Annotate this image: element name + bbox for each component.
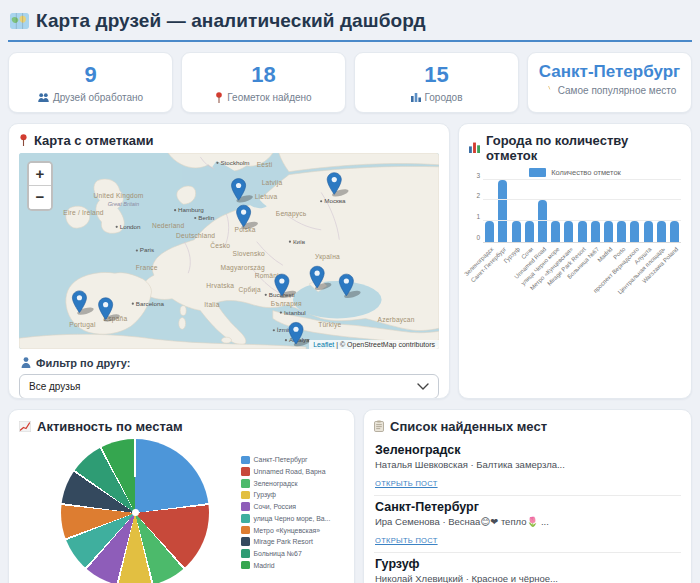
bar-chart-plot: 0123 [483, 181, 681, 243]
map-label: Azerbaycan [378, 316, 415, 324]
bar-slot [641, 181, 654, 242]
pie-legend-swatch [241, 537, 250, 546]
bar [657, 221, 666, 242]
map-label: Magyarország [220, 264, 265, 272]
bar [617, 221, 626, 242]
pie-legend-label: Метро «Кунцевская» [254, 527, 321, 534]
zoom-out-button[interactable]: − [29, 186, 51, 209]
map-label: Türkiye [318, 321, 341, 329]
stats-row: 9 Друзей обработано 18 Геометок найдено … [8, 52, 692, 113]
stat-value: Санкт-Петербург [532, 61, 687, 82]
chart-increasing-icon [19, 421, 31, 432]
friend-filter-select[interactable]: Все друзья [19, 374, 439, 399]
open-post-link[interactable]: открыть пост [375, 479, 438, 488]
bar [630, 221, 639, 242]
pie-legend-item[interactable]: Больница №67 [241, 549, 330, 558]
places-list-panel: Список найденных мест ЗеленоградскНаталь… [363, 409, 692, 583]
pie-legend-item[interactable]: Зеленоградск [241, 479, 330, 488]
bar-chart-icon [469, 142, 480, 153]
stat-card-top-place: Санкт-Петербург Самое популярное место [527, 52, 692, 113]
person-icon [21, 357, 31, 368]
map-label: Stockholm [220, 158, 249, 165]
pie-legend-label: Зеленоградск [254, 480, 298, 487]
map-city-dot [320, 200, 322, 202]
pie-legend-swatch [241, 561, 250, 570]
pie-legend-label: Mirage Park Resort [254, 538, 313, 545]
y-tick-label: 1 [470, 213, 480, 220]
map-label: France [136, 264, 158, 271]
map-panel-title: Карта с отметками [34, 133, 154, 148]
map-label: Беларусь [276, 210, 307, 218]
zoom-in-button[interactable]: + [29, 163, 51, 186]
map-canvas: StockholmEestiLatvijaLietuvaБеларусьUnit… [19, 153, 439, 349]
pie-legend-label: Санкт-Петербург [254, 456, 308, 463]
pie-legend-swatch [241, 479, 250, 488]
map-attribution: Leaflet | © OpenStreetMap contributors [309, 340, 439, 349]
stat-value: 15 [359, 61, 514, 89]
gridline [483, 220, 681, 221]
map-label: Latvija [262, 179, 283, 187]
bar-slot [549, 181, 562, 242]
pie-legend-item[interactable]: Unnamed Road, Варна [241, 467, 330, 476]
x-label-slot: Больница №67 [589, 243, 602, 287]
map-city-dot [265, 293, 267, 295]
pie-legend-swatch [241, 549, 250, 558]
map-label: London [120, 222, 141, 229]
bar-slot [509, 181, 522, 242]
pie-legend-item[interactable]: Mirage Park Resort [241, 537, 330, 546]
pie-legend-item[interactable]: улица Черно море, Ва... [241, 514, 330, 523]
map-label: България [271, 299, 302, 307]
geopin-icon [215, 92, 223, 103]
pie-legend-swatch [241, 502, 250, 511]
place-list-item: Санкт-ПетербургИра Семенова · Веснаа😊❤ т… [374, 496, 681, 553]
pie-legend-item[interactable]: Madrid [241, 561, 330, 570]
dashboard-page: Карта друзей — аналитический дашборд 9 Д… [0, 0, 700, 583]
pie-legend: Санкт-ПетербургUnnamed Road, ВарнаЗелено… [241, 452, 330, 572]
pie-legend-item[interactable]: Гурзуф [241, 491, 330, 500]
legend-swatch [529, 168, 546, 177]
map-city-dot [280, 311, 282, 313]
pie-legend-item[interactable]: Санкт-Петербург [241, 456, 330, 465]
pie-chart [61, 439, 209, 583]
bar-chart-panel: Города по количеству отметок Количество … [458, 123, 692, 399]
stat-label: Геометок найдено [227, 92, 311, 103]
places-list: ЗеленоградскНаталья Шевковская · Балтика… [374, 439, 681, 583]
legend-label: Количество отметок [551, 168, 621, 177]
map-city-dot [285, 339, 287, 341]
map-city-dot [116, 225, 118, 227]
chevron-down-icon [417, 383, 429, 390]
pie-legend-item[interactable]: Метро «Кунцевская» [241, 526, 330, 535]
pie-legend-label: улица Черно море, Ва... [254, 515, 331, 522]
pie-legend-label: Больница №67 [254, 550, 302, 557]
bar [604, 221, 613, 242]
place-meta: Николай Хлевицкий · Красное и чёрное... [375, 573, 680, 583]
bar [525, 221, 534, 242]
pie-legend-item[interactable]: Сочи, Россия [241, 502, 330, 511]
pie-legend-swatch [241, 514, 250, 523]
stat-label: Друзей обработано [53, 92, 143, 103]
stat-value: 9 [13, 61, 168, 89]
stat-label: Самое популярное место [558, 85, 677, 96]
bar [512, 221, 521, 242]
pie-legend-label: Madrid [254, 562, 275, 569]
bar-slot [562, 181, 575, 242]
map-city-dot [174, 209, 176, 211]
map-label: Berlin [198, 214, 214, 221]
bars-container [483, 181, 681, 242]
bar-slot [536, 181, 549, 242]
leaflet-map[interactable]: StockholmEestiLatvijaLietuvaБеларусьUnit… [19, 153, 439, 349]
bar [485, 221, 494, 242]
leaflet-link[interactable]: Leaflet [313, 341, 334, 348]
open-post-link[interactable]: открыть пост [375, 536, 438, 545]
map-label: Hamburg [178, 206, 204, 213]
bar-slot [602, 181, 615, 242]
bar [551, 221, 560, 242]
place-city: Гурзуф [375, 557, 680, 571]
map-city-dot [194, 216, 196, 218]
gridline [483, 179, 681, 180]
bar [578, 221, 587, 242]
map-city-dot [136, 249, 138, 251]
y-tick-label: 0 [470, 234, 480, 241]
bar-slot [575, 181, 588, 242]
bar-slot [615, 181, 628, 242]
